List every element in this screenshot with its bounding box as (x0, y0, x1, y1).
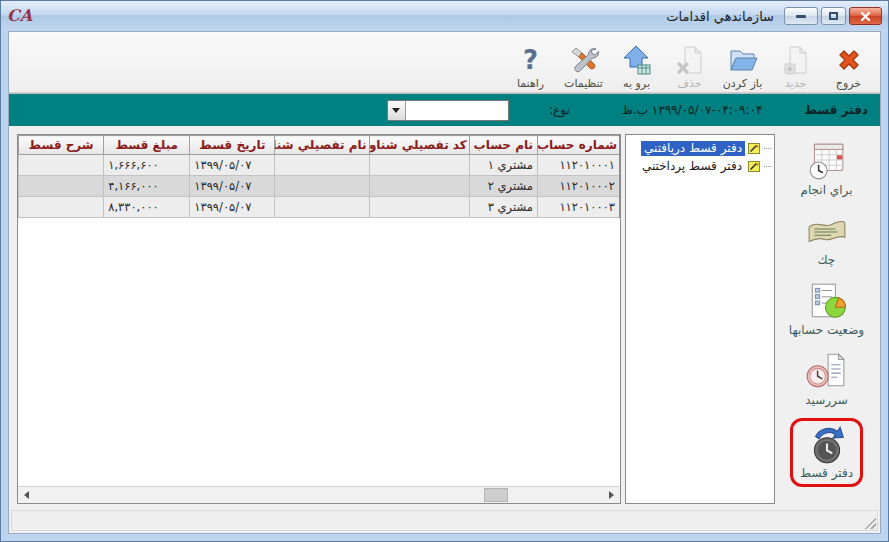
cell-floating-code[interactable] (369, 176, 469, 197)
note-icon (748, 160, 761, 173)
column-header-floating-name[interactable]: نام تفصيلي شناور (275, 136, 369, 155)
restore-icon (829, 12, 838, 20)
toolbar-goto-label: برو به (623, 77, 650, 90)
cell-amount[interactable]: ۴,۱۶۶,۰۰۰ (104, 176, 190, 197)
sidebar-item-label: براي انجام (800, 183, 852, 197)
cell-account-no[interactable]: ۱۱۲۰۱۰۰۰۱ (537, 155, 619, 176)
sidebar-item-label: وضعيت حسابها (789, 323, 864, 337)
scroll-left-button[interactable] (18, 487, 35, 503)
cheque-icon (806, 210, 848, 252)
tree-item-receivable[interactable]: دفتر قسط دريافتني (629, 139, 771, 157)
module-header-bar: دفتر قسط ۱۳۹۹/۰۵/۰۷-۰۴:۰۹:۰۴ ب.ظ نوع: (9, 93, 880, 126)
cell-date[interactable]: ۱۳۹۹/۰۵/۰۷ (190, 176, 275, 197)
cell-account-name[interactable]: مشتري ۱ (469, 155, 537, 176)
table-header-row: شماره حساب نام حساب كد تفصيلي شناور نام … (19, 136, 622, 155)
toolbar: خروج جديد باز كردن (9, 32, 880, 93)
row-selector-cell[interactable] (619, 176, 621, 197)
app-window: CA سازماندهي اقدامات خروج (0, 0, 889, 542)
column-header-account-name[interactable]: نام حساب (469, 136, 537, 155)
cell-description[interactable] (19, 176, 104, 197)
cell-floating-name[interactable] (275, 197, 369, 218)
main-area: شماره حساب نام حساب كد تفصيلي شناور نام … (9, 126, 880, 508)
sidebar-item-cheque[interactable]: چك (801, 208, 853, 269)
scroll-right-button[interactable] (603, 487, 620, 503)
table-row[interactable]: ۱۱۲۰۱۰۰۰۳ مشتري ۳ ۱۳۹۹/۰۵/۰۷ ۸,۳۳۰,۰۰۰ (19, 197, 622, 218)
cell-account-no[interactable]: ۱۱۲۰۱۰۰۰۲ (537, 176, 619, 197)
cell-date[interactable]: ۱۳۹۹/۰۵/۰۷ (190, 197, 275, 218)
due-date-icon (805, 350, 847, 392)
selector-header-cell[interactable] (619, 136, 621, 155)
cell-amount[interactable]: ۸,۳۳۰,۰۰۰ (104, 197, 190, 218)
tree-item-payable[interactable]: دفتر قسط پرداختني (629, 157, 771, 175)
close-icon (860, 11, 871, 22)
cell-floating-code[interactable] (369, 155, 469, 176)
toolbar-new-button: جديد (772, 44, 819, 90)
restore-button[interactable] (821, 7, 846, 25)
column-header-description[interactable]: شرح قسط (19, 136, 104, 155)
datetime-label: ۱۳۹۹/۰۵/۰۷-۰۴:۰۹:۰۴ ب.ظ (622, 103, 763, 117)
toolbar-help-label: راهنما (517, 77, 544, 90)
chevron-right-icon (609, 491, 614, 499)
minimize-button[interactable] (784, 7, 818, 25)
horizontal-scrollbar[interactable] (18, 486, 620, 503)
cell-floating-code[interactable] (369, 197, 469, 218)
table-row[interactable]: ۱۱۲۰۱۰۰۰۱ مشتري ۱ ۱۳۹۹/۰۵/۰۷ ۱,۶۶۶,۶۰۰ (19, 155, 622, 176)
app-logo: CA (7, 8, 32, 24)
toolbar-new-label: جديد (785, 77, 806, 90)
toolbar-open-button[interactable]: باز كردن (719, 44, 766, 90)
type-combobox-value (406, 101, 508, 120)
help-icon: ? (515, 44, 547, 76)
toolbar-settings-label: تنظيمات (564, 77, 603, 90)
cell-account-name[interactable]: مشتري ۳ (469, 197, 537, 218)
sidebar-item-due-date[interactable]: سررسيد (800, 348, 852, 409)
status-bar (11, 510, 878, 531)
tree-connector (764, 166, 771, 167)
cell-description[interactable] (19, 197, 104, 218)
sidebar-item-accounts-status[interactable]: وضعيت حسابها (784, 278, 869, 339)
combobox-dropdown-button[interactable] (388, 101, 406, 120)
resize-grip[interactable] (863, 516, 876, 529)
cell-account-no[interactable]: ۱۱۲۰۱۰۰۰۳ (537, 197, 619, 218)
goto-arrow-icon (621, 44, 653, 76)
scrollbar-thumb[interactable] (484, 488, 508, 502)
delete-document-icon (674, 44, 706, 76)
installments-grid-panel: شماره حساب نام حساب كد تفصيلي شناور نام … (17, 134, 621, 504)
cell-amount[interactable]: ۱,۶۶۶,۶۰۰ (104, 155, 190, 176)
column-header-account-no[interactable]: شماره حساب (537, 136, 619, 155)
open-folder-icon (727, 44, 759, 76)
titlebar: CA سازماندهي اقدامات (1, 1, 888, 31)
toolbar-help-button[interactable]: ? راهنما (507, 44, 554, 90)
installment-books-tree: دفتر قسط دريافتني دفتر قسط پرداختني (625, 134, 775, 504)
cell-floating-name[interactable] (275, 176, 369, 197)
toolbar-exit-button[interactable]: خروج (825, 44, 872, 90)
installment-book-icon (806, 423, 848, 465)
row-selector-cell[interactable] (619, 197, 621, 218)
minimize-icon (796, 15, 806, 18)
cell-account-name[interactable]: مشتري ۲ (469, 176, 537, 197)
column-header-date[interactable]: تاريخ قسط (190, 136, 275, 155)
close-button[interactable] (849, 7, 882, 25)
exit-icon (833, 44, 865, 76)
type-combobox[interactable] (387, 100, 509, 121)
toolbar-goto-button[interactable]: برو به (613, 44, 660, 90)
cell-date[interactable]: ۱۳۹۹/۰۵/۰۷ (190, 155, 275, 176)
sidebar-item-todo[interactable]: براي انجام (795, 138, 857, 199)
chevron-left-icon (24, 491, 29, 499)
toolbar-delete-label: حذف (678, 77, 702, 90)
toolbar-settings-button[interactable]: تنظيمات (560, 44, 607, 90)
column-header-amount[interactable]: مبلغ قسط (104, 136, 190, 155)
sidebar-item-label: چك (818, 253, 836, 267)
table-row[interactable]: ۱۱۲۰۱۰۰۰۲ مشتري ۲ ۱۳۹۹/۰۵/۰۷ ۴,۱۶۶,۰۰۰ (19, 176, 622, 197)
tree-item-label: دفتر قسط پرداختني (639, 159, 745, 174)
column-header-floating-code[interactable]: كد تفصيلي شناور (369, 136, 469, 155)
sidebar-item-label: سررسيد (805, 393, 847, 407)
cell-floating-name[interactable] (275, 155, 369, 176)
tree-connector (764, 148, 771, 149)
cell-description[interactable] (19, 155, 104, 176)
toolbar-delete-button: حذف (666, 44, 713, 90)
row-selector-cell[interactable] (619, 155, 621, 176)
toolbar-exit-label: خروج (836, 77, 861, 90)
new-document-icon (780, 44, 812, 76)
sidebar-item-installment-book[interactable]: دفتر قسط (790, 418, 863, 487)
toolbar-open-label: باز كردن (723, 77, 763, 90)
